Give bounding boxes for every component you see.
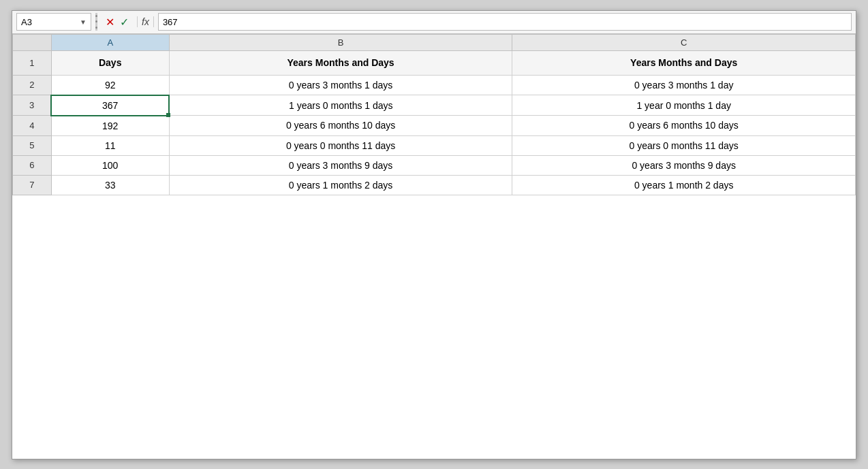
cell-b2[interactable]: 0 years 3 months 1 days <box>169 75 512 95</box>
col-header-b[interactable]: B <box>169 34 512 50</box>
formula-bar: A3 ▼ ✕ ✓ fx <box>12 11 856 34</box>
cell-a2[interactable]: 92 <box>51 75 169 95</box>
table-row: 5110 years 0 months 11 days0 years 0 mon… <box>13 135 856 155</box>
cell-c7[interactable]: 0 years 1 month 2 days <box>512 175 856 195</box>
cell-c6[interactable]: 0 years 3 months 9 days <box>512 155 856 175</box>
cell-c2[interactable]: 0 years 3 months 1 day <box>512 75 856 95</box>
cell-reference-box[interactable]: A3 ▼ <box>16 13 91 31</box>
cell-a3[interactable]: 367 <box>51 95 169 116</box>
cell-c3[interactable]: 1 year 0 months 1 day <box>512 95 856 116</box>
table-row: 33671 years 0 months 1 days1 year 0 mont… <box>13 95 856 116</box>
cell-ref-text: A3 <box>21 17 76 27</box>
spreadsheet-table: A B C 1DaysYears Months and DaysYears Mo… <box>12 34 856 195</box>
row-header-2[interactable]: 2 <box>13 75 52 95</box>
spreadsheet-area: A B C 1DaysYears Months and DaysYears Mo… <box>12 34 856 459</box>
row-header-3[interactable]: 3 <box>13 95 52 116</box>
cell-a6[interactable]: 100 <box>51 155 169 175</box>
table-row: 61000 years 3 months 9 days0 years 3 mon… <box>13 155 856 175</box>
cell-b7[interactable]: 0 years 1 months 2 days <box>169 175 512 195</box>
cell-a7[interactable]: 33 <box>51 175 169 195</box>
row-header-1[interactable]: 1 <box>13 50 52 75</box>
cell-b6[interactable]: 0 years 3 months 9 days <box>169 155 512 175</box>
col-header-a[interactable]: A <box>51 34 169 50</box>
formula-input[interactable] <box>158 13 852 31</box>
row-header-4[interactable]: 4 <box>13 116 52 136</box>
row-header-5[interactable]: 5 <box>13 135 52 155</box>
cell-a1[interactable]: Days <box>51 50 169 75</box>
formula-icons: ✕ ✓ <box>102 16 133 29</box>
table-row: 2920 years 3 months 1 days0 years 3 mont… <box>13 75 856 95</box>
corner-header <box>13 34 52 50</box>
cell-ref-dropdown-icon[interactable]: ▼ <box>80 18 87 26</box>
cell-a4[interactable]: 192 <box>51 116 169 136</box>
cell-c5[interactable]: 0 years 0 months 11 days <box>512 135 856 155</box>
cell-b4[interactable]: 0 years 6 months 10 days <box>169 116 512 136</box>
col-header-c[interactable]: C <box>512 34 856 50</box>
excel-window: A3 ▼ ✕ ✓ fx A <box>12 10 856 459</box>
table-row: 41920 years 6 months 10 days0 years 6 mo… <box>13 116 856 136</box>
cell-c4[interactable]: 0 years 6 months 10 days <box>512 116 856 136</box>
cancel-icon[interactable]: ✕ <box>106 16 114 29</box>
cell-b1[interactable]: Years Months and Days <box>169 50 512 75</box>
cell-b5[interactable]: 0 years 0 months 11 days <box>169 135 512 155</box>
table-row: 1DaysYears Months and DaysYears Months a… <box>13 50 856 75</box>
cell-a5[interactable]: 11 <box>51 135 169 155</box>
row-header-6[interactable]: 6 <box>13 155 52 175</box>
cell-c1[interactable]: Years Months and Days <box>512 50 856 75</box>
table-row: 7330 years 1 months 2 days0 years 1 mont… <box>13 175 856 195</box>
confirm-icon[interactable]: ✓ <box>120 16 129 29</box>
formula-bar-divider <box>95 13 97 31</box>
cell-b3[interactable]: 1 years 0 months 1 days <box>169 95 512 116</box>
fx-label: fx <box>137 16 154 27</box>
row-header-7[interactable]: 7 <box>13 175 52 195</box>
